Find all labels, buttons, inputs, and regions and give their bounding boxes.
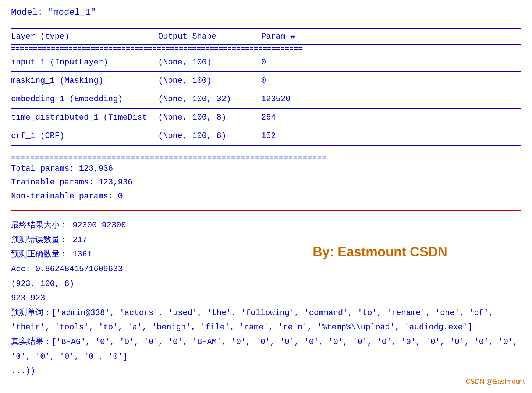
layer-name: masking_1 (Masking) [11, 72, 158, 90]
true-result: 真实结果：['B-AG', '0', '0', '0', '0', 'B-AM'… [11, 335, 521, 364]
table-row: masking_1 (Masking) (None, 100) 0 [11, 72, 521, 90]
model-title: Model: "model_1" [11, 7, 521, 17]
layer-name: embedding_1 (Embedding) [11, 90, 158, 109]
table-row: time_distributed_1 (TimeDist (None, 100,… [11, 109, 521, 127]
csdn-badge: CSDN @Eastmount [466, 378, 525, 386]
results-section: 最终结果大小： 92300 92300 预测错误数量： 217 预测正确数量： … [11, 218, 521, 379]
layer-name: crf_1 (CRF) [11, 127, 158, 146]
trainable-params: Trainable params: 123,936 [11, 176, 521, 189]
col-header-params: Param # [261, 29, 521, 45]
col-header-layer: Layer (type) [11, 29, 158, 45]
param-count: 123520 [261, 90, 521, 109]
col-header-output: Output Shape [158, 29, 261, 45]
param-count: 0 [261, 53, 521, 72]
output-shape: (None, 100, 8) [158, 127, 261, 146]
output-shape: (None, 100, 32) [158, 90, 261, 109]
shape-info: (923, 100, 8) [11, 277, 521, 291]
params-section: Total params: 123,936 Trainable params: … [11, 162, 521, 203]
final-size: 最终结果大小： 92300 92300 [11, 218, 521, 233]
output-shape: (None, 100, 8) [158, 109, 261, 127]
ellipsis: ...)) [11, 364, 521, 379]
param-count: 0 [261, 72, 521, 90]
section-divider [11, 210, 521, 211]
param-count: 152 [261, 127, 521, 146]
equal-line-top: ========================================… [11, 45, 521, 53]
counts: 923 923 [11, 291, 521, 306]
table-row: input_1 (InputLayer) (None, 100) 0 [11, 53, 521, 72]
layer-name: time_distributed_1 (TimeDist [11, 109, 158, 127]
output-shape: (None, 100) [158, 72, 261, 90]
equal-line-bottom: ========================================… [11, 153, 521, 162]
table-row: crf_1 (CRF) (None, 100, 8) 152 [11, 127, 521, 146]
watermark: By: Eastmount CSDN [313, 240, 447, 264]
param-count: 264 [261, 109, 521, 127]
pred-words: 预测单词：['admin@338', 'actors', 'used', 'th… [11, 306, 521, 335]
non-trainable-params: Non-trainable params: 0 [11, 190, 521, 203]
total-params: Total params: 123,936 [11, 162, 521, 176]
layer-name: input_1 (InputLayer) [11, 53, 158, 72]
model-summary-table: Layer (type) Output Shape Param # ======… [11, 28, 521, 146]
table-row: embedding_1 (Embedding) (None, 100, 32) … [11, 90, 521, 109]
output-shape: (None, 100) [158, 53, 261, 72]
